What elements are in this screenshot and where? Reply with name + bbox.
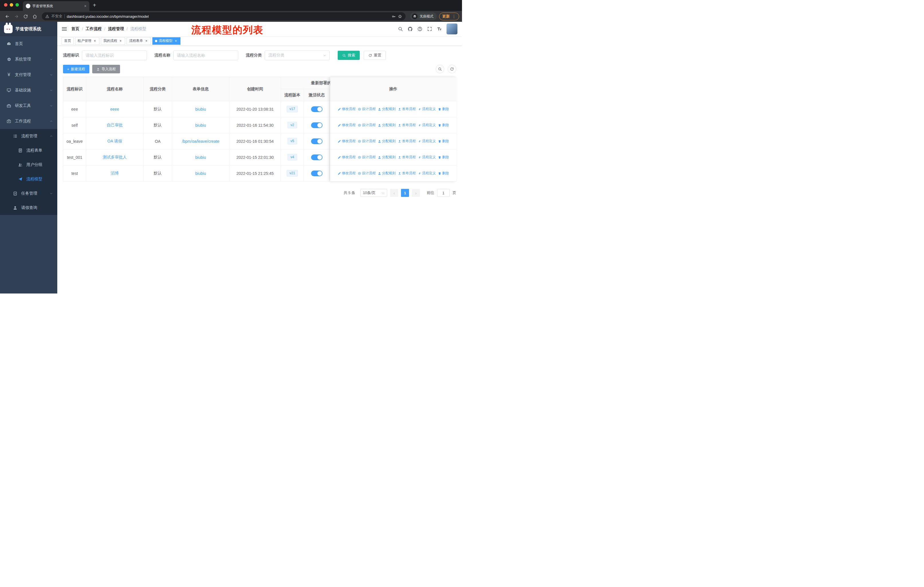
- active-toggle[interactable]: [311, 170, 322, 176]
- font-size-icon[interactable]: [437, 26, 442, 31]
- action-assign-rule-link[interactable]: 分配规则: [378, 155, 396, 160]
- action-delete-link[interactable]: 删除: [438, 171, 449, 176]
- forward-icon[interactable]: [12, 12, 21, 21]
- search-icon[interactable]: [398, 26, 403, 31]
- action-delete-link[interactable]: 删除: [438, 123, 449, 127]
- action-edit-link[interactable]: 修改流程: [338, 123, 356, 127]
- tag-close-icon[interactable]: ×: [174, 39, 178, 43]
- tag-item[interactable]: 我的流程×: [101, 37, 125, 45]
- prev-page-button[interactable]: ‹: [390, 189, 398, 197]
- action-assign-rule-link[interactable]: 分配规则: [378, 107, 396, 111]
- process-name-link[interactable]: 滔博: [111, 171, 119, 175]
- action-definition-link[interactable]: 流程定义: [418, 123, 436, 127]
- user-avatar[interactable]: [447, 23, 457, 35]
- process-category-select[interactable]: 流程分类: [265, 50, 330, 60]
- page-number-1[interactable]: 1: [401, 189, 409, 197]
- browser-tab[interactable]: 芋道管理系统 ×: [23, 1, 89, 11]
- action-publish-link[interactable]: 发布流程: [398, 107, 416, 111]
- form-info-link[interactable]: biubiu: [195, 123, 206, 127]
- action-assign-rule-link[interactable]: 分配规则: [378, 139, 396, 144]
- action-design-link[interactable]: 设计流程: [358, 155, 376, 160]
- process-name-link[interactable]: 自己审批: [107, 123, 123, 127]
- process-key-input[interactable]: [82, 50, 147, 60]
- page-size-select[interactable]: 10条/页: [360, 189, 387, 197]
- update-button[interactable]: 更新 ⋮: [439, 13, 459, 20]
- process-name-link[interactable]: eeee: [110, 107, 119, 111]
- process-name-link[interactable]: 测试多审批人: [103, 155, 127, 159]
- form-info-link[interactable]: biubiu: [195, 171, 206, 176]
- browser-menu-icon[interactable]: ⋮: [452, 14, 456, 19]
- sidebar-item-leave-query[interactable]: 请假查询: [0, 201, 57, 215]
- action-publish-link[interactable]: 发布流程: [398, 155, 416, 160]
- minimize-window-button[interactable]: [10, 3, 13, 7]
- security-label[interactable]: 不安全: [51, 14, 63, 19]
- action-delete-link[interactable]: 删除: [438, 139, 449, 144]
- key-icon[interactable]: [391, 14, 396, 19]
- refresh-table-button[interactable]: [448, 65, 456, 73]
- breadcrumb-item[interactable]: 首页: [71, 26, 79, 31]
- sidebar-item-process-management[interactable]: 流程管理: [0, 129, 57, 143]
- create-process-button[interactable]: + 新建流程: [63, 65, 89, 73]
- breadcrumb-item[interactable]: 工作流程: [86, 26, 102, 31]
- close-window-button[interactable]: [4, 3, 7, 7]
- address-bar[interactable]: 不安全 dashboard.yudao.iocoder.cn/bpm/manag…: [42, 12, 406, 20]
- reset-button[interactable]: 重置: [364, 51, 386, 60]
- action-design-link[interactable]: 设计流程: [358, 107, 376, 111]
- tab-close-icon[interactable]: ×: [84, 4, 86, 8]
- sidebar-toggle-button[interactable]: [62, 26, 67, 31]
- tag-active[interactable]: 流程模型×: [152, 37, 180, 45]
- action-edit-link[interactable]: 修改流程: [338, 155, 356, 160]
- sidebar-item-gear[interactable]: 系统管理: [0, 51, 57, 67]
- sidebar-item-devtools[interactable]: 研发工具: [0, 98, 57, 114]
- back-icon[interactable]: [3, 12, 12, 21]
- show-search-button[interactable]: [436, 65, 444, 73]
- action-publish-link[interactable]: 发布流程: [398, 123, 416, 127]
- active-toggle[interactable]: [311, 106, 322, 112]
- sidebar-item-workflow[interactable]: 工作流程: [0, 114, 57, 129]
- action-edit-link[interactable]: 修改流程: [338, 171, 356, 176]
- action-delete-link[interactable]: 删除: [438, 155, 449, 160]
- home-icon[interactable]: [30, 12, 39, 21]
- tag-close-icon[interactable]: ×: [93, 39, 97, 43]
- reload-icon[interactable]: [21, 12, 30, 21]
- action-edit-link[interactable]: 修改流程: [338, 107, 356, 111]
- action-definition-link[interactable]: 流程定义: [418, 155, 436, 160]
- tag-close-icon[interactable]: ×: [144, 39, 148, 43]
- action-publish-link[interactable]: 发布流程: [398, 171, 416, 176]
- next-page-button[interactable]: ›: [412, 189, 420, 197]
- tag-item[interactable]: 租户管理×: [75, 37, 99, 45]
- action-design-link[interactable]: 设计流程: [358, 139, 376, 144]
- process-name-input[interactable]: [173, 50, 238, 60]
- sidebar-item-user-group[interactable]: 用户分组: [0, 158, 57, 172]
- breadcrumb-item[interactable]: 流程管理: [108, 26, 124, 31]
- action-delete-link[interactable]: 删除: [438, 107, 449, 111]
- process-name-link[interactable]: OA 请假: [107, 139, 122, 143]
- zoom-window-button[interactable]: [15, 3, 19, 7]
- goto-page-input[interactable]: [437, 189, 450, 197]
- active-toggle[interactable]: [311, 139, 322, 144]
- fullscreen-icon[interactable]: [427, 26, 432, 31]
- help-icon[interactable]: [417, 26, 422, 31]
- sidebar-item-process-model[interactable]: 流程模型: [0, 172, 57, 186]
- action-definition-link[interactable]: 流程定义: [418, 107, 436, 111]
- sidebar-item-task-management[interactable]: 任务管理: [0, 186, 57, 201]
- action-assign-rule-link[interactable]: 分配规则: [378, 171, 396, 176]
- action-design-link[interactable]: 设计流程: [358, 123, 376, 127]
- sidebar-item-infrastructure[interactable]: 基础设施: [0, 83, 57, 98]
- active-toggle[interactable]: [311, 154, 322, 160]
- sidebar-item-dashboard[interactable]: 首页: [0, 36, 57, 51]
- tag-close-icon[interactable]: ×: [119, 39, 122, 43]
- form-info-link[interactable]: biubiu: [195, 155, 206, 160]
- new-tab-button[interactable]: +: [89, 2, 100, 11]
- action-assign-rule-link[interactable]: 分配规则: [378, 123, 396, 127]
- action-edit-link[interactable]: 修改流程: [338, 139, 356, 144]
- active-toggle[interactable]: [311, 122, 322, 128]
- tag-item[interactable]: 首页: [61, 37, 74, 45]
- form-info-link[interactable]: /bpm/oa/leave/create: [182, 139, 219, 144]
- tag-item[interactable]: 流程表单×: [127, 37, 151, 45]
- incognito-badge[interactable]: 无痕模式: [410, 12, 437, 20]
- search-button[interactable]: 搜索: [338, 51, 360, 60]
- github-icon[interactable]: [408, 26, 413, 31]
- form-info-link[interactable]: biubiu: [195, 107, 206, 111]
- import-process-button[interactable]: 导入流程: [92, 65, 120, 73]
